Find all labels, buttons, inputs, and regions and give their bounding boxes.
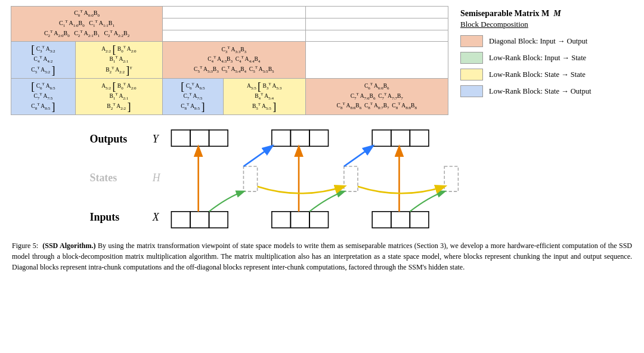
- arrow-state-state-1: [258, 187, 344, 194]
- states-label: States: [90, 172, 117, 184]
- legend-color-blue: [460, 85, 483, 97]
- matrix-table: C0T A0:0B0 C1T A1:0B0 C1T A1:1B1 C2T A2:…: [11, 6, 448, 115]
- legend-text-blue: Low-Rank Block: State → Output: [489, 87, 592, 96]
- cell-r3c5: [305, 30, 448, 42]
- arrow-state-state-2: [358, 187, 444, 194]
- matrix-area: C0T A0:0B0 C1T A1:0B0 C1T A1:1B1 C2T A2:…: [11, 6, 448, 115]
- legend-text-yellow: Low-Rank Block: State → State: [489, 70, 586, 79]
- cell-r5c5: C6T A6:6B6 C7T A7:6B6 C7T A7:7B7 C8T A8:…: [305, 78, 448, 114]
- caption-text: By using the matrix transformation viewp…: [12, 241, 632, 271]
- output-box-7: [372, 130, 391, 146]
- input-box-5: [290, 212, 309, 228]
- input-box-2: [190, 212, 209, 228]
- arrow-input-state-1: [209, 191, 244, 212]
- main-container: C0T A0:0B0 C1T A1:0B0 C1T A1:1B1 C2T A2:…: [0, 0, 644, 353]
- caption-bold: (SSD Algorithm.): [42, 241, 95, 250]
- legend-subtitle: Block Decomposition: [460, 20, 633, 29]
- output-box-8: [391, 130, 410, 146]
- output-box-4: [272, 130, 291, 146]
- legend-item-yellow: Low-Rank Block: State → State: [460, 69, 633, 80]
- input-box-4: [272, 212, 291, 228]
- legend-color-yellow: [460, 69, 483, 80]
- legend-color-pink: [460, 35, 483, 47]
- legend-text-green: Low-Rank Block: Input → State: [489, 54, 586, 63]
- legend-title: Semiseparable Matrix M M: [460, 9, 633, 18]
- legend-text-pink: Diagonal Block: Input → Output: [489, 37, 587, 46]
- arrow-state-output-2: [344, 147, 372, 167]
- cell-r2c3: [163, 18, 305, 30]
- output-box-3: [209, 130, 228, 146]
- output-box-1: [171, 130, 190, 146]
- inputs-label: Inputs: [90, 211, 120, 223]
- diagram-section: Outputs Y States H Inputs X: [11, 119, 633, 238]
- input-box-8: [391, 212, 410, 228]
- legend-item-green: Low-Rank Block: Input → State: [460, 52, 633, 64]
- outputs-var: Y: [153, 133, 160, 145]
- diagram-svg: Outputs Y States H Inputs X: [11, 119, 633, 238]
- cell-r1c5: [305, 7, 448, 18]
- output-box-5: [290, 130, 309, 146]
- top-section: C0T A0:0B0 C1T A1:0B0 C1T A1:1B1 C2T A2:…: [11, 6, 633, 115]
- arrow-input-state-3: [410, 191, 444, 212]
- state-box-2: [344, 166, 358, 191]
- legend-item-blue: Low-Rank Block: State → Output: [460, 85, 633, 97]
- legend-area: Semiseparable Matrix M M Block Decomposi…: [454, 6, 633, 115]
- cell-r4c5: [305, 42, 448, 78]
- output-box-2: [190, 130, 209, 146]
- outputs-label: Outputs: [90, 133, 128, 145]
- figure-label: Figure 5:: [12, 241, 38, 250]
- cell-r3c3: [163, 30, 305, 42]
- cell-r4c2: A2:2 [ B0T A2:0B1T A2:1B2T A2:2 ]T: [75, 42, 162, 78]
- arrow-input-state-2: [309, 191, 344, 212]
- arrow-state-output-1: [243, 147, 271, 167]
- cell-r5c3: [ C6T A6:5C7T A7:5C8T A8:5 ]: [163, 78, 224, 114]
- input-box-6: [309, 212, 329, 228]
- output-box-9: [410, 130, 429, 146]
- cell-r1c1: C0T A0:0B0 C1T A1:0B0 C1T A1:1B1 C2T A2:…: [11, 7, 163, 42]
- caption: Figure 5: (SSD Algorithm.) By using the …: [11, 240, 633, 273]
- cell-r2c5: [305, 18, 448, 30]
- cell-r4c3: C3T A3:3B3 C4T A4:3B3 C4T A4:4B4 C5T A5:…: [163, 42, 305, 78]
- input-box-3: [209, 212, 228, 228]
- inputs-var: X: [152, 211, 160, 223]
- cell-r4c1: [ C3T A3:2C4T A4:2C5T A5:2 ]: [11, 42, 76, 78]
- legend-item-pink: Diagonal Block: Input → Output: [460, 35, 633, 47]
- cell-r5c2: A5:2 [ B0T A2:0B1T A2:1B2T A2:2 ]: [75, 78, 162, 114]
- input-box-9: [410, 212, 429, 228]
- state-box-3: [444, 166, 458, 191]
- state-box-1: [243, 166, 257, 191]
- input-box-7: [372, 212, 391, 228]
- states-var: H: [152, 172, 161, 184]
- legend-color-green: [460, 52, 483, 64]
- cell-r5c1: [ C6T A6:5C7T A7:5C8T A8:5 ]: [11, 78, 76, 114]
- input-box-1: [171, 212, 190, 228]
- legend-title-text: Semiseparable Matrix M: [460, 9, 549, 18]
- cell-r5c4: A5:5 [ B3T A5:3B4T A5:4B5T A5:5 ]: [223, 78, 305, 114]
- cell-r1c3: [163, 7, 305, 18]
- output-box-6: [309, 130, 329, 146]
